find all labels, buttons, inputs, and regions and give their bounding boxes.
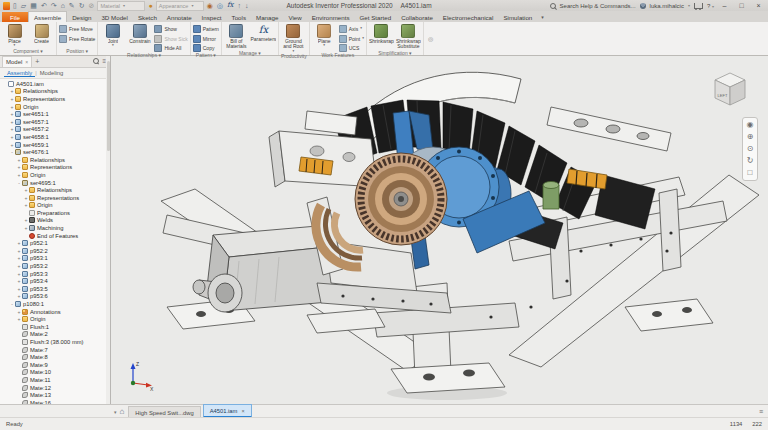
tree-item-p1080-1[interactable]: -p1080:1: [0, 300, 110, 308]
tree-item-a4501-iam[interactable]: A4501.iam: [0, 80, 110, 88]
tab-design[interactable]: Design: [67, 12, 96, 22]
button-plane[interactable]: Plane▾: [312, 23, 337, 48]
button-shrinkwrap-substitute[interactable]: Shrinkwrap Substitute: [396, 23, 421, 50]
tree-item-representations[interactable]: +Representations: [0, 95, 110, 103]
tree-item-p952-2[interactable]: +p952:2: [0, 247, 110, 255]
close-button[interactable]: ×: [752, 2, 765, 9]
button-place[interactable]: Place▾: [2, 23, 27, 48]
tree-item-p953-5[interactable]: +p953:5: [0, 285, 110, 293]
tree-item-ser4657-2[interactable]: +ser4657:2: [0, 126, 110, 134]
tree-item-mate-7[interactable]: Mate:7: [0, 346, 110, 354]
tree-item-ser4651-1[interactable]: +ser4651:1: [0, 110, 110, 118]
tree-item-relationships[interactable]: +Relationships: [0, 186, 110, 194]
tree-item-mate-13[interactable]: Mate:13: [0, 391, 110, 399]
orbit-icon[interactable]: ↻: [747, 157, 754, 165]
button-mirror[interactable]: Mirror: [193, 35, 219, 43]
document-tab-assembly[interactable]: A4501.iam ×: [203, 404, 252, 418]
button-point[interactable]: Point▾: [339, 35, 364, 43]
material-dropdown[interactable]: Material ▾: [97, 1, 145, 11]
mode-tab-assembly[interactable]: Assembly: [4, 70, 35, 77]
save-icon[interactable]: ▦: [30, 2, 37, 9]
tree-item-p953-3[interactable]: +p953:3: [0, 270, 110, 278]
button-bill-of-materials[interactable]: Bill of Materials: [224, 23, 249, 50]
undo-icon[interactable]: ↶: [41, 2, 47, 9]
button-show[interactable]: Show: [154, 25, 187, 33]
hamburger-menu-icon[interactable]: ≡: [759, 408, 768, 415]
button-copy[interactable]: Copy: [193, 44, 219, 52]
tree-item-ser4658-1[interactable]: +ser4658:1: [0, 133, 110, 141]
button-axis[interactable]: Axis▾: [339, 25, 364, 33]
tree-item-end-of-features[interactable]: End of Features: [0, 232, 110, 240]
group-label-relationships[interactable]: Relationships ▾: [100, 52, 187, 58]
tab-assemble[interactable]: Assemble: [28, 11, 67, 22]
browser-tab-model[interactable]: Model ×: [2, 56, 32, 67]
group-label-manage[interactable]: Manage ▾: [224, 50, 276, 56]
inventor-logo-icon[interactable]: [3, 2, 10, 10]
tab-tools[interactable]: Tools: [227, 12, 251, 22]
tab-simulation[interactable]: Simulation: [498, 12, 537, 22]
cart-icon[interactable]: [694, 3, 703, 9]
tree-item-ser4657-1[interactable]: +ser4657:1: [0, 118, 110, 126]
button-pattern[interactable]: Pattern: [193, 25, 219, 33]
appearance-dropdown[interactable]: Appearance ▾: [156, 1, 204, 11]
tree-item-mate-10[interactable]: Mate:10: [0, 369, 110, 377]
appearance-sphere-icon[interactable]: ●: [148, 2, 152, 9]
green-cylinder[interactable]: [543, 182, 559, 210]
group-label-simplification[interactable]: Simplification ▾: [369, 50, 421, 56]
group-label-position[interactable]: Position ▾: [59, 47, 95, 55]
tree-item-flush-3-38-000-mm[interactable]: Flush:3 (38.000 mm): [0, 338, 110, 346]
home-icon[interactable]: ⌂: [61, 2, 65, 9]
tree-item-mate-9[interactable]: Mate:9: [0, 361, 110, 369]
group-label-productivity[interactable]: Productivity: [281, 53, 307, 59]
tab-manage[interactable]: Manage: [251, 12, 283, 22]
tree-item-welds[interactable]: +Welds: [0, 217, 110, 225]
tree-item-p953-1[interactable]: +p953:1: [0, 255, 110, 263]
open-icon[interactable]: ▱: [21, 2, 26, 9]
graphics-window[interactable]: LEFT ◉⊕⊙↻□ Z X: [111, 55, 768, 405]
new-file-icon[interactable]: ▯: [13, 2, 17, 9]
assembly-3d-view[interactable]: [111, 55, 768, 405]
tree-item-flush-1[interactable]: Flush:1: [0, 323, 110, 331]
tree-item-p952-1[interactable]: +p952:1: [0, 239, 110, 247]
search-icon[interactable]: [93, 58, 99, 64]
tree-item-ser4676-1[interactable]: -ser4676:1: [0, 148, 110, 156]
mode-tab-modeling[interactable]: Modeling: [37, 70, 67, 76]
tab-get-started[interactable]: Get Started: [355, 12, 397, 22]
collapse-panel-icon[interactable]: ▾: [114, 409, 117, 415]
tree-item-representations[interactable]: +Representations: [0, 194, 110, 202]
tab-file[interactable]: File: [2, 12, 28, 22]
button-ucs[interactable]: UCS: [339, 44, 364, 52]
restore-button[interactable]: □: [735, 2, 748, 9]
browser-scrollbar[interactable]: [106, 55, 110, 405]
tree-item-origin[interactable]: +Origin: [0, 103, 110, 111]
tab-overflow-icon[interactable]: ▾: [537, 14, 548, 20]
tree-item-ser4659-1[interactable]: +ser4659:1: [0, 141, 110, 149]
navigation-wheel-icon[interactable]: ◉: [747, 121, 754, 129]
tree-item-machining[interactable]: +Machining: [0, 224, 110, 232]
update-icon[interactable]: ↻: [79, 2, 85, 9]
help-menu[interactable]: ? ▾: [707, 3, 714, 9]
button-create[interactable]: Create: [29, 23, 54, 44]
tab-sketch[interactable]: Sketch: [133, 12, 162, 22]
ribbon-options-icon[interactable]: ◎: [424, 35, 437, 42]
tree-item-relationships[interactable]: +Relationships: [0, 156, 110, 164]
tree-item-origin[interactable]: +Origin: [0, 315, 110, 323]
tab-view[interactable]: View: [283, 12, 306, 22]
search-input[interactable]: Search Help & Commands...: [560, 3, 636, 9]
button-hide-all[interactable]: Hide All: [154, 44, 187, 52]
account-menu[interactable]: luka.mihalcic: [650, 3, 684, 9]
tab-electromechanical[interactable]: Electromechanical: [438, 12, 499, 22]
tree-item-ser4695-1[interactable]: -ser4695:1: [0, 179, 110, 187]
look-at-icon[interactable]: □: [748, 169, 753, 177]
button-shrinkwrap[interactable]: Shrinkwrap: [369, 23, 394, 44]
close-icon[interactable]: ×: [25, 59, 28, 65]
button-constrain[interactable]: Constrain: [127, 23, 152, 44]
tree-item-p953-4[interactable]: +p953:4: [0, 277, 110, 285]
tree-item-mate-11[interactable]: Mate:11: [0, 376, 110, 384]
pan-icon[interactable]: ⊕: [747, 133, 754, 141]
tree-item-relationships[interactable]: +Relationships: [0, 88, 110, 96]
tree-item-mate-12[interactable]: Mate:12: [0, 384, 110, 392]
tree-item-p953-6[interactable]: +p953:6: [0, 293, 110, 301]
tree-item-origin[interactable]: +Origin: [0, 171, 110, 179]
view-cube[interactable]: LEFT: [710, 71, 750, 109]
